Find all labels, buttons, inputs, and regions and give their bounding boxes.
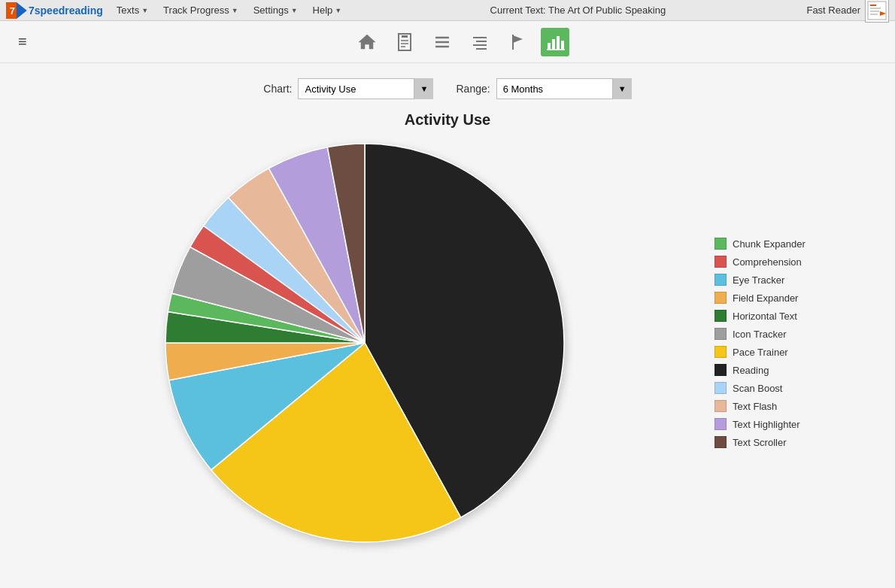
svg-rect-11 bbox=[402, 35, 408, 38]
chart-dropdown-wrapper: Activity UseSpeed ProgressComprehensionE… bbox=[298, 78, 433, 99]
svg-rect-7 bbox=[870, 14, 878, 15]
legend-color-text-highlighter bbox=[714, 418, 727, 430]
track-progress-arrow: ▼ bbox=[232, 7, 238, 14]
legend-item-comprehension: Comprehension bbox=[714, 256, 850, 268]
svg-rect-5 bbox=[870, 8, 881, 9]
legend-label-scan-boost: Scan Boost bbox=[733, 383, 783, 394]
fast-reader-area: Fast Reader bbox=[806, 0, 889, 23]
list2-icon bbox=[470, 32, 490, 52]
book-button[interactable] bbox=[390, 28, 419, 56]
fast-reader-icon[interactable] bbox=[865, 0, 889, 23]
chart-select[interactable]: Activity UseSpeed ProgressComprehensionE… bbox=[298, 78, 433, 99]
range-control: Range: 1 Month3 Months6 Months1 YearAll … bbox=[456, 78, 631, 99]
current-text-label: Current Text: The Art Of Public Speaking bbox=[349, 5, 806, 16]
legend-label-text-scroller: Text Scroller bbox=[733, 437, 787, 448]
list1-button[interactable] bbox=[428, 28, 457, 56]
legend-color-field-expander bbox=[714, 292, 727, 304]
legend-item-field-expander: Field Expander bbox=[714, 292, 850, 304]
legend-color-reading bbox=[714, 364, 727, 376]
svg-marker-23 bbox=[513, 35, 523, 43]
svg-marker-9 bbox=[359, 35, 375, 49]
home-button[interactable] bbox=[353, 28, 381, 56]
legend-color-chunk-expander bbox=[714, 238, 727, 250]
fast-reader-label: Fast Reader bbox=[806, 5, 860, 16]
range-select[interactable]: 1 Month3 Months6 Months1 YearAll Time bbox=[496, 78, 632, 99]
nav-track-progress[interactable]: Track Progress ▼ bbox=[156, 0, 246, 21]
legend-item-horizontal-text: Horizontal Text bbox=[714, 310, 850, 322]
svg-rect-24 bbox=[548, 43, 551, 50]
chart-title: Activity Use bbox=[405, 111, 491, 129]
legend-color-text-scroller bbox=[714, 436, 727, 448]
list1-icon bbox=[432, 32, 452, 52]
range-label: Range: bbox=[456, 83, 490, 95]
chart-label: Chart: bbox=[263, 83, 292, 95]
legend-item-text-highlighter: Text Highlighter bbox=[714, 418, 850, 430]
legend-color-eye-tracker bbox=[714, 274, 727, 286]
chart-type-control: Chart: Activity UseSpeed ProgressCompreh… bbox=[263, 78, 433, 99]
legend-color-icon-tracker bbox=[714, 328, 727, 340]
texts-arrow: ▼ bbox=[141, 7, 148, 14]
svg-text:7: 7 bbox=[10, 5, 15, 16]
legend-label-comprehension: Comprehension bbox=[733, 256, 802, 268]
legend-item-text-scroller: Text Scroller bbox=[714, 436, 850, 448]
svg-rect-6 bbox=[870, 11, 879, 12]
legend-label-pace-trainer: Pace Trainer bbox=[733, 347, 788, 358]
svg-rect-27 bbox=[561, 41, 564, 50]
nav-help[interactable]: Help ▼ bbox=[305, 0, 350, 21]
range-dropdown-wrapper: 1 Month3 Months6 Months1 YearAll Time ▼ bbox=[496, 78, 632, 99]
home-icon bbox=[357, 32, 377, 52]
help-arrow: ▼ bbox=[335, 7, 341, 14]
legend-label-reading: Reading bbox=[733, 365, 769, 376]
logo-area: 7 7speedreading bbox=[6, 2, 103, 19]
svg-rect-4 bbox=[870, 5, 876, 6]
legend-label-horizontal-text: Horizontal Text bbox=[733, 311, 797, 322]
flag-icon bbox=[508, 32, 527, 52]
pie-chart bbox=[158, 136, 572, 550]
nav-settings[interactable]: Settings ▼ bbox=[246, 0, 305, 21]
main-content: Chart: Activity UseSpeed ProgressCompreh… bbox=[0, 63, 895, 588]
legend-item-icon-tracker: Icon Tracker bbox=[714, 328, 850, 340]
legend-label-chunk-expander: Chunk Expander bbox=[733, 238, 806, 250]
legend-label-icon-tracker: Icon Tracker bbox=[733, 329, 787, 340]
logo-icon: 7 bbox=[6, 2, 27, 19]
legend: Chunk Expander Comprehension Eye Tracker… bbox=[714, 238, 850, 448]
legend-color-horizontal-text bbox=[714, 310, 727, 322]
flag-button[interactable] bbox=[503, 28, 532, 56]
legend-item-text-flash: Text Flash bbox=[714, 400, 850, 412]
legend-color-pace-trainer bbox=[714, 346, 727, 358]
legend-label-text-flash: Text Flash bbox=[733, 401, 777, 412]
chart-area: Chunk Expander Comprehension Eye Tracker… bbox=[0, 136, 895, 550]
toolbar-icons bbox=[353, 28, 569, 56]
svg-rect-26 bbox=[557, 36, 560, 50]
top-nav-bar: 7 7speedreading Texts ▼ Track Progress ▼… bbox=[0, 0, 895, 21]
legend-label-text-highlighter: Text Highlighter bbox=[733, 419, 800, 430]
legend-color-comprehension bbox=[714, 256, 727, 268]
pie-container bbox=[45, 136, 684, 550]
settings-arrow: ▼ bbox=[291, 7, 298, 14]
legend-label-field-expander: Field Expander bbox=[733, 292, 798, 304]
legend-item-chunk-expander: Chunk Expander bbox=[714, 238, 850, 250]
book-icon bbox=[395, 32, 414, 52]
legend-label-eye-tracker: Eye Tracker bbox=[733, 274, 784, 286]
legend-item-pace-trainer: Pace Trainer bbox=[714, 346, 850, 358]
chart-icon bbox=[545, 32, 565, 52]
chart-controls: Chart: Activity UseSpeed ProgressCompreh… bbox=[263, 78, 631, 99]
legend-color-scan-boost bbox=[714, 382, 727, 394]
logo-text: 7speedreading bbox=[29, 5, 103, 17]
nav-texts[interactable]: Texts ▼ bbox=[109, 0, 156, 21]
legend-item-eye-tracker: Eye Tracker bbox=[714, 274, 850, 286]
legend-item-scan-boost: Scan Boost bbox=[714, 382, 850, 394]
hamburger-button[interactable]: ≡ bbox=[12, 29, 33, 55]
legend-item-reading: Reading bbox=[714, 364, 850, 376]
legend-color-text-flash bbox=[714, 400, 727, 412]
toolbar: ≡ bbox=[0, 21, 895, 63]
chart-button[interactable] bbox=[541, 28, 569, 56]
list2-button[interactable] bbox=[466, 28, 494, 56]
svg-rect-25 bbox=[552, 39, 555, 50]
